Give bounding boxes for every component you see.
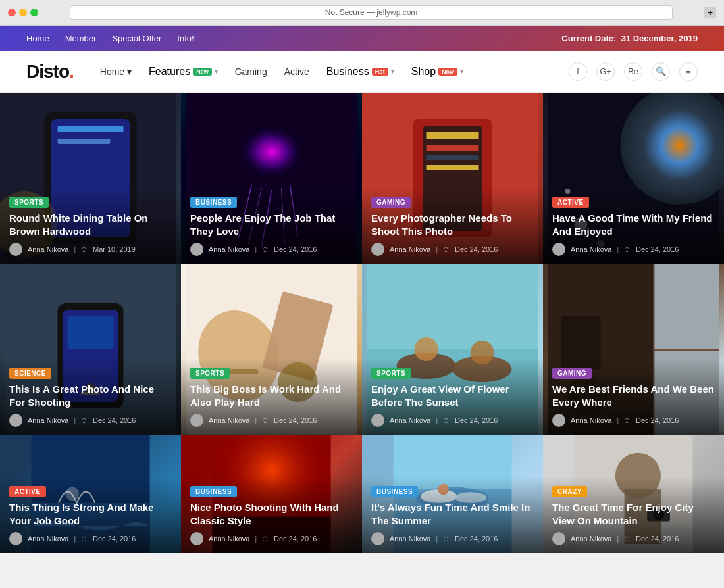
article-title-10: It's Always Fun Time And Smile In The Su… [371,501,534,527]
card-content-7: GAMING We Are Best Friends And We Been E… [543,358,724,435]
svg-rect-28 [68,316,114,349]
author-name-3: Anna Nikova [571,245,611,253]
top-nav-links: Home Member Special Offer Info!! [26,34,196,43]
author-avatar-5 [190,414,203,427]
article-title-7: We Are Best Friends And We Been Every Wh… [552,383,715,408]
nav-home[interactable]: Home ▾ [93,62,138,81]
clock-icon-9: ⏱ [262,535,269,543]
minimize-button[interactable] [19,9,27,16]
article-date-10: Dec 24, 2016 [455,535,498,543]
author-avatar-10 [371,532,384,545]
article-card-6[interactable]: SPORTS Enjoy A Great View Of Flower Befo… [362,264,543,435]
article-title-6: Enjoy A Great View Of Flower Before The … [371,383,534,408]
author-avatar-0 [9,243,22,256]
article-card-8[interactable]: ACTIVE This Thing Is Strong And Make You… [0,435,181,553]
article-title-5: This Big Boss Is Work Hard And Also Play… [190,383,353,408]
article-date-2: Dec 24, 2016 [455,245,498,253]
article-meta-3: Anna Nikova | ⏱ Dec 24, 2016 [552,243,715,256]
article-meta-11: Anna Nikova | ⏱ Dec 24, 2016 [552,532,715,545]
nav-active[interactable]: Active [278,62,316,81]
article-meta-9: Anna Nikova | ⏱ Dec 24, 2016 [190,532,353,545]
site-logo[interactable]: Disto. [26,61,74,82]
maximize-button[interactable] [30,9,38,16]
address-bar[interactable]: Not Secure — jellywp.com [70,5,673,20]
category-badge-2: GAMING [371,197,411,208]
new-tab-button[interactable]: + [704,7,716,18]
card-content-3: ACTIVE Have A Good Time With My Friend A… [543,187,724,264]
article-card-10[interactable]: BUSINESS It's Always Fun Time And Smile … [362,435,543,553]
category-badge-4: SCIENCE [9,368,51,379]
behance-icon[interactable]: Be [624,62,642,81]
author-avatar-11 [552,532,565,545]
clock-icon-8: ⏱ [81,535,88,543]
author-avatar-3 [552,243,565,256]
svg-rect-3 [58,126,124,132]
article-card-5[interactable]: SPORTS This Big Boss Is Work Hard And Al… [181,264,362,435]
author-avatar-6 [371,414,384,427]
article-card-7[interactable]: GAMING We Are Best Friends And We Been E… [543,264,724,435]
close-button[interactable] [8,9,16,16]
article-card-3[interactable]: ACTIVE Have A Good Time With My Friend A… [543,93,724,264]
header-social-icons: f G+ Be 🔍 ≡ [569,62,698,81]
card-content-6: SPORTS Enjoy A Great View Of Flower Befo… [362,358,543,435]
article-meta-10: Anna Nikova | ⏱ Dec 24, 2016 [371,532,534,545]
article-meta-1: Anna Nikova | ⏱ Dec 24, 2016 [190,243,353,256]
search-icon[interactable]: 🔍 [652,62,670,81]
clock-icon-3: ⏱ [624,246,631,253]
article-title-9: Nice Photo Shooting With Hand Classic St… [190,501,353,527]
article-card-11[interactable]: CRAZY The Great Time For Enjoy City View… [543,435,724,553]
category-badge-7: GAMING [552,368,592,379]
top-nav-info[interactable]: Info!! [177,34,196,43]
article-title-8: This Thing Is Strong And Make Your Job G… [9,501,172,527]
top-nav-home[interactable]: Home [26,34,49,43]
top-nav-member[interactable]: Member [65,34,97,43]
features-badge: New [193,68,212,76]
business-badge: Hot [372,68,388,76]
facebook-icon[interactable]: f [569,62,587,81]
category-badge-5: SPORTS [190,368,230,379]
nav-business[interactable]: Business Hot ▾ [320,62,401,82]
clock-icon-5: ⏱ [262,417,269,424]
logo-dot: . [69,61,74,82]
article-card-0[interactable]: SPORTS Round White Dining Table On Brown… [0,93,181,264]
article-card-1[interactable]: BUSINESS People Are Enjoy The Job That T… [181,93,362,264]
current-date: Current Date: 31 December, 2019 [561,34,698,43]
clock-icon-11: ⏱ [624,535,631,543]
svg-point-40 [415,337,438,361]
author-name-4: Anna Nikova [28,416,68,424]
nav-shop[interactable]: Shop Now ▾ [405,62,470,82]
window-controls [8,9,38,16]
clock-icon-0: ⏱ [81,246,88,253]
article-date-8: Dec 24, 2016 [93,535,136,543]
author-avatar-9 [190,532,203,545]
article-date-7: Dec 24, 2016 [636,416,679,424]
nav-gaming[interactable]: Gaming [228,62,274,81]
google-plus-icon[interactable]: G+ [596,62,615,81]
card-content-10: BUSINESS It's Always Fun Time And Smile … [362,477,543,553]
svg-point-7 [232,126,311,191]
card-content-11: CRAZY The Great Time For Enjoy City View… [543,477,724,553]
card-content-4: SCIENCE This Is A Great Photo And Nice F… [0,358,181,435]
author-avatar-2 [371,243,384,256]
menu-icon[interactable]: ≡ [679,62,698,81]
article-date-1: Dec 24, 2016 [274,245,317,253]
clock-icon-1: ⏱ [262,246,269,253]
card-content-9: BUSINESS Nice Photo Shooting With Hand C… [181,477,362,553]
card-content-2: GAMING Every Photographer Needs To Shoot… [362,187,543,264]
category-badge-3: ACTIVE [552,197,589,208]
article-date-3: Dec 24, 2016 [636,245,679,253]
author-name-6: Anna Nikova [390,416,430,424]
svg-rect-17 [427,145,479,151]
nav-features[interactable]: Features New ▾ [142,62,224,82]
clock-icon-10: ⏱ [443,535,450,543]
article-title-3: Have A Good Time With My Friend And Enjo… [552,212,715,237]
author-name-10: Anna Nikova [390,535,430,543]
article-meta-7: Anna Nikova | ⏱ Dec 24, 2016 [552,414,715,427]
article-card-2[interactable]: GAMING Every Photographer Needs To Shoot… [362,93,543,264]
top-nav-special-offer[interactable]: Special Offer [112,34,161,43]
card-content-0: SPORTS Round White Dining Table On Brown… [0,187,181,264]
article-meta-5: Anna Nikova | ⏱ Dec 24, 2016 [190,414,353,427]
article-card-4[interactable]: SCIENCE This Is A Great Photo And Nice F… [0,264,181,435]
article-card-9[interactable]: BUSINESS Nice Photo Shooting With Hand C… [181,435,362,553]
author-name-0: Anna Nikova [28,245,68,253]
